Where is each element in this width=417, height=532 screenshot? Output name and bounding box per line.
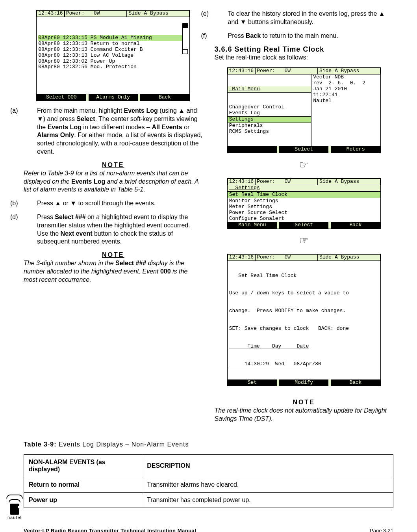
step-e: (e)To clear the history stored in the ev… <box>228 10 394 26</box>
lcd1-body: 08Apr80 12:33:15 PS Module A1 Missing08A… <box>37 17 189 94</box>
lcd2-btn-meters[interactable]: Meters <box>331 146 380 153</box>
hand-icon: ☞ <box>215 234 394 247</box>
logo-text: nautel <box>5 515 24 520</box>
lcd2-power: Power: 0W <box>255 68 318 74</box>
menu-item[interactable]: Settings <box>228 116 311 123</box>
th-events: NON-ALARM EVENTS (as displayed) <box>29 459 106 472</box>
lcd4-btn-back[interactable]: Back <box>331 379 380 386</box>
footer-page: Page 3-21 <box>368 528 393 532</box>
event-row[interactable]: 08Apr80 12:33:15 PS Module A1 Missing <box>38 35 188 41</box>
nautel-logo: nautel <box>5 494 24 520</box>
menu-item[interactable]: Peripherals <box>228 123 311 129</box>
lcd4-btn-modify[interactable]: Modify <box>279 379 328 386</box>
menu-item[interactable]: RCMS Settings <box>228 129 311 135</box>
lcd1-time: 12:43:16 <box>37 10 64 17</box>
page-footer: Vector-LP Radio Beacon Transmitter Techn… <box>24 528 393 532</box>
lcd2-btn-select[interactable]: Select <box>279 146 328 153</box>
footer-title: Vector-LP Radio Beacon Transmitter Techn… <box>24 528 196 532</box>
info-line: Jan 21 2010 <box>313 86 380 92</box>
menu-item[interactable]: Meter Settings <box>228 204 380 210</box>
lcd3-side: Side A Bypass <box>318 179 380 185</box>
lcd4-power: Power: 0W <box>255 254 318 261</box>
table-row: Return to normalTransmitter alarms have … <box>24 477 393 492</box>
table-row: Power upTransmitter has completed power … <box>24 492 393 508</box>
lcd2-time: 12:43:16 <box>228 68 255 74</box>
section-heading: 3.6.6 Setting Real Time Clock <box>215 45 394 54</box>
event-row[interactable]: 08Apr80 12:33:13 Command Exciter B <box>38 47 188 53</box>
lcd4-side: Side A Bypass <box>318 254 380 261</box>
step-f: (f)Press Back to return to the main menu… <box>228 32 394 40</box>
hand-icon: ☞ <box>215 159 394 171</box>
menu-item[interactable]: Configure Sonalert <box>228 216 380 222</box>
lcd1-side: Side A Bypass <box>127 10 189 17</box>
event-row[interactable]: 08Apr80 12:33:02 Power Up <box>38 59 188 65</box>
section-intro: Set the real-time clock as follows: <box>215 54 394 62</box>
lcd4-line3: SET: Save changes to clock BACK: done <box>229 326 379 332</box>
step-b: (b)Press ▲ or ▼ to scroll through the ev… <box>37 199 203 208</box>
lcd-set-rtc: 12:43:16 Power: 0W Side A Bypass Set Rea… <box>227 254 381 387</box>
info-line: 11:22:41 <box>313 92 380 98</box>
lcd3-power: Power: 0W <box>255 179 318 185</box>
lcd2-title: Main Menu <box>228 86 311 93</box>
event-row[interactable]: 08Apr80 12:32:56 Mod. Protection <box>38 64 188 70</box>
lcd3-btn-mainmenu[interactable]: Main Menu <box>228 222 277 229</box>
lcd4-btn-set[interactable]: Set <box>228 379 277 386</box>
info-line: Vector NDB <box>313 74 380 80</box>
menu-item[interactable]: Power Source Select <box>228 210 380 216</box>
note1-body: Refer to Table 3-9 for a list of non-ala… <box>24 169 203 194</box>
lcd1-btn-back[interactable]: Back <box>140 94 189 101</box>
table-caption: Table 3-9: Events Log Displays – Non-Ala… <box>24 441 393 449</box>
lcd4-time: 12:43:16 <box>228 254 255 261</box>
lcd-main-menu: 12:43:16 Power: 0W Side A Bypass Main Me… <box>227 67 381 153</box>
lcd4-line2: change. Press MODIFY to make changes. <box>229 308 379 314</box>
lcd4-title: Set Real Time Clock <box>229 273 379 279</box>
scrollbar[interactable] <box>182 23 188 54</box>
step-d: (d)Press Select ### on a highlighted eve… <box>37 213 203 246</box>
info-line: Nautel <box>313 98 380 104</box>
menu-item[interactable]: Monitor Settings <box>228 198 380 204</box>
lcd3-btn-back[interactable]: Back <box>331 222 380 229</box>
lcd3-title: Settings <box>228 185 380 192</box>
th-desc: DESCRIPTION <box>147 462 190 469</box>
note3-heading: NOTE <box>215 399 394 406</box>
events-table: NON-ALARM EVENTS (as displayed) DESCRIPT… <box>24 454 393 508</box>
lcd4-line1: Use up / down keys to select a value to <box>229 290 379 296</box>
menu-item[interactable]: Set Real Time Clock <box>228 192 380 198</box>
lcd4-vals: 14:30:29 Wed 08/Apr/80 <box>229 361 379 367</box>
lcd3-time: 12:43:16 <box>228 179 255 185</box>
lcd-settings: 12:43:16 Power: 0W Side A Bypass Setting… <box>227 178 381 229</box>
lcd-events-log: 12:43:16 Power: 0W Side A Bypass 08Apr80… <box>36 10 190 101</box>
note1-heading: NOTE <box>24 162 203 169</box>
note2-heading: NOTE <box>24 251 203 259</box>
event-row[interactable]: 08Apr80 12:33:13 Low AC Voltage <box>38 53 188 59</box>
lcd2-side: Side A Bypass <box>318 68 380 74</box>
lcd1-btn-mode[interactable]: Alarms Only <box>89 94 138 101</box>
event-name-cell: Power up <box>24 492 142 508</box>
menu-item[interactable]: Changeover Control <box>228 104 311 110</box>
event-row[interactable]: 08Apr80 12:33:13 Return to normal <box>38 41 188 47</box>
lcd1-power: Power: 0W <box>65 10 127 17</box>
lcd3-btn-select[interactable]: Select <box>279 222 328 229</box>
note3-body: The real-time clock does not automatical… <box>215 407 394 423</box>
lcd4-cols: Time Day Date <box>229 344 379 350</box>
lcd2-btn1[interactable] <box>228 146 277 153</box>
lcd1-btn-select[interactable]: Select 000 <box>37 94 86 101</box>
note2-body: The 3-digit number shown in the Select #… <box>24 259 203 284</box>
event-desc-cell: Transmitter alarms have cleared. <box>142 477 393 492</box>
menu-item[interactable]: Events Log <box>228 110 311 116</box>
step-a: (a)From the main menu, highlight Events … <box>37 107 203 156</box>
info-line: rev 2. 6. 0. 2 <box>313 80 380 86</box>
event-name-cell: Return to normal <box>24 477 142 492</box>
event-desc-cell: Transmitter has completed power up. <box>142 492 393 508</box>
